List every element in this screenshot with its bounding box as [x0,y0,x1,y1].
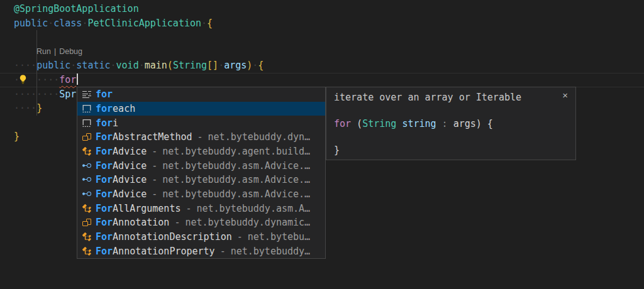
code-token: } [36,102,42,114]
snippet-icon [82,118,92,128]
enum-icon [82,217,92,227]
editor-line[interactable]: public·class·PetClinicApplication·{ [14,16,213,31]
class-icon [82,246,92,256]
suggestion-match-text: For [96,174,113,185]
editor-line[interactable]: } [14,129,19,144]
code-token: · [139,60,145,71]
code-token: · [70,60,76,71]
suggestion-label-text: AnnotationDescription [113,231,232,243]
text-cursor [77,74,78,85]
suggestion-match-text: for [96,103,113,114]
code-token: static [76,60,110,71]
code-token: args [224,60,247,71]
code-token: args) { [448,118,493,129]
docs-code-preview: for (String string : args) { [334,117,493,131]
suggestion-separator: - [174,217,180,228]
suggestion-item[interactable]: fori [77,116,325,130]
suggestion-separator: - [152,188,157,200]
suggest-docs-panel: iterate over an array or Iterable for (S… [326,87,576,160]
codelens-run-link[interactable]: Run [36,47,51,56]
class-icon [82,204,92,214]
editor-line[interactable]: @SpringBootApplication [14,2,139,16]
close-icon[interactable]: × [562,90,568,101]
interface-icon [82,161,92,171]
docs-description: iterate over an array or Iterable [334,91,521,104]
suggestion-label-text: AllArguments [113,203,180,214]
suggestion-item[interactable]: foreach [77,102,325,116]
code-token: public [14,18,48,29]
code-token: ( [351,118,362,129]
suggestion-separator: - [152,146,157,157]
code-token: ( [167,60,173,71]
lightbulb-icon[interactable] [18,74,35,86]
class-icon [82,232,92,242]
code-token: @SpringBootApplication [14,3,139,14]
enum-icon [82,132,92,142]
codelens-debug-link[interactable]: Debug [59,47,82,56]
suggestion-separator: - [152,174,157,185]
code-token: · [201,18,207,29]
suggestion-detail-text: net.bytebuddy.dynamic… [185,217,310,228]
suggestion-label-text: Annotation [113,217,169,228]
code-token: · [111,60,116,71]
code-token: for [59,74,76,85]
interface-icon [82,175,92,185]
suggest-widget: forforeachforiForAbstractMethod-net.byte… [77,87,326,259]
code-token: string [402,118,436,129]
code-token: for [334,118,351,129]
suggestion-match-text: For [96,160,113,172]
suggestion-separator: - [220,246,226,257]
suggestion-match-text: For [96,246,113,257]
keyword-icon [82,89,92,99]
codelens: Run|Debug [36,45,82,59]
suggestion-item[interactable]: ForAnnotationDescription-net.bytebu… [77,230,325,244]
suggestion-detail-text: net.bytebuddy.asm.Advice.… [162,188,310,200]
code-token: · [48,18,53,29]
code-token: void [116,60,139,71]
suggestion-item[interactable]: ForAnnotationProperty-net.bytebuddy… [77,244,325,258]
suggestion-separator: - [152,160,157,172]
suggestion-separator: - [197,131,203,143]
suggestion-item[interactable]: ForAbstractMethod-net.bytebuddy.dyn… [77,130,325,144]
snippet-icon [82,104,92,114]
suggestion-item[interactable]: for [77,87,325,102]
suggestion-match-text: For [96,217,113,228]
suggestion-detail-text: net.bytebuddy.dyn… [208,131,311,143]
editor-line[interactable]: ····} [14,101,42,116]
suggestion-label-text: AbstractMethod [113,131,192,143]
suggestion-detail-text: net.bytebuddy… [231,246,310,257]
editor-line[interactable]: ········Spr [14,87,76,102]
code-token: ) [247,60,252,71]
interface-icon [82,189,92,199]
code-token: Spr [59,89,76,100]
suggestion-label-text: each [113,103,135,114]
suggestion-match-text: for [96,117,113,129]
code-token: ···· [14,60,36,71]
suggestion-item[interactable]: ForAdvice-net.bytebuddy.asm.Advice.… [77,158,325,173]
suggestion-detail-text: net.bytebuddy.asm.Advice.… [162,174,310,185]
code-token [436,118,442,129]
current-line-highlight [0,73,644,87]
code-token: ···· [14,102,36,114]
suggestion-item[interactable]: ForAdvice-net.bytebuddy.asm.Advice.… [77,173,325,187]
suggestion-match-text: For [96,146,113,157]
suggestion-label-text: Advice [113,174,147,185]
editor-line[interactable]: ····public·static·void·main(String[]·arg… [14,58,264,73]
code-token: ········ [14,89,59,100]
suggestion-item[interactable]: ForAllArguments-net.bytebuddy.asm.A… [77,201,325,215]
code-token: } [14,131,19,142]
code-token: · [218,60,224,71]
suggestion-item[interactable]: ForAnnotation-net.bytebuddy.dynamic… [77,215,325,230]
suggestion-item[interactable]: ForAdvice-net.bytebuddy.agent.build… [77,144,325,159]
codelens-separator: | [54,47,56,56]
class-icon [82,146,92,156]
suggestion-item[interactable]: ForAdvice-net.bytebuddy.asm.Advice.… [77,187,325,202]
code-token: · [252,60,258,71]
code-token: PetClinicApplication [87,18,201,29]
code-token: main [145,60,167,71]
suggestion-label-text: i [113,117,118,129]
suggestion-separator: - [237,231,243,243]
code-token: { [258,60,264,71]
suggestion-detail-text: net.bytebu… [248,231,310,243]
suggestion-match-text: For [96,131,113,143]
